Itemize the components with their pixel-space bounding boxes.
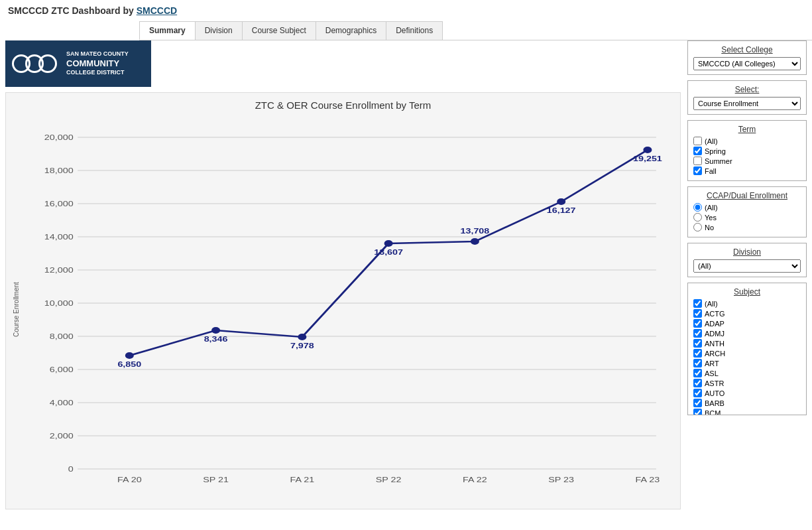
app-by: by bbox=[123, 5, 133, 16]
data-point-sp22 bbox=[384, 240, 393, 247]
tab-division[interactable]: Division bbox=[195, 21, 243, 40]
term-checkbox-0[interactable]: (All) bbox=[693, 137, 801, 145]
svg-text:FA 23: FA 23 bbox=[636, 476, 660, 484]
tab-summary[interactable]: Summary bbox=[139, 21, 196, 40]
right-panel: Select College SMCCCD (All Colleges)Caña… bbox=[687, 40, 807, 509]
app-title: SMCCCD ZTC Dashboard bbox=[8, 5, 121, 16]
svg-text:2,000: 2,000 bbox=[50, 432, 74, 440]
subject-checkbox-2[interactable]: ADAP bbox=[693, 319, 801, 328]
division-filter-section: Division (All) bbox=[687, 243, 807, 277]
tab-course-subject[interactable]: Course Subject bbox=[242, 21, 316, 40]
select-filter-dropdown[interactable]: Course EnrollmentNumber of CoursesNumber… bbox=[693, 97, 801, 110]
svg-text:SP 23: SP 23 bbox=[548, 476, 574, 484]
division-filter-label: Division bbox=[693, 247, 801, 257]
college-select-dropdown[interactable]: SMCCCD (All Colleges)Cañada CollegeColle… bbox=[693, 57, 801, 70]
svg-text:13,708: 13,708 bbox=[460, 227, 489, 235]
subject-checkbox-10[interactable]: BARB bbox=[693, 399, 801, 407]
logo-text: SAN MATEO COUNTY COMMUNITY COLLEGE DISTR… bbox=[66, 50, 129, 77]
app-link[interactable]: SMCCCD bbox=[137, 5, 177, 16]
chart-container: ZTC & OER Course Enrollment by Term Cour… bbox=[5, 92, 681, 509]
data-point-fa23 bbox=[643, 147, 652, 153]
term-checkbox-1[interactable]: Spring bbox=[693, 147, 801, 155]
logo-area: SAN MATEO COUNTY COMMUNITY COLLEGE DISTR… bbox=[5, 40, 681, 87]
data-point-sp21 bbox=[211, 327, 220, 334]
ccap-filter-section: CCAP/Dual Enrollment (All)YesNo bbox=[687, 186, 807, 237]
ccap-radio-1[interactable]: Yes bbox=[693, 213, 801, 222]
chart-inner: 0 2,000 4,000 6,000 8,000 10,000 12,000 … bbox=[26, 117, 673, 502]
svg-text:8,346: 8,346 bbox=[204, 335, 228, 344]
term-checkbox-2[interactable]: Summer bbox=[693, 157, 801, 165]
svg-text:19,251: 19,251 bbox=[633, 155, 662, 163]
svg-text:FA 22: FA 22 bbox=[463, 476, 487, 484]
data-point-fa22 bbox=[471, 238, 479, 245]
chart-title: ZTC & OER Course Enrollment by Term bbox=[13, 99, 673, 111]
select-filter-label: Select: bbox=[693, 85, 801, 94]
line-chart-svg: 0 2,000 4,000 6,000 8,000 10,000 12,000 … bbox=[26, 117, 673, 502]
svg-text:0: 0 bbox=[68, 465, 74, 474]
chart-area: Course Enrollment bbox=[13, 117, 673, 502]
svg-text:4,000: 4,000 bbox=[50, 399, 74, 407]
svg-text:SP 21: SP 21 bbox=[203, 476, 229, 484]
ccap-radio-0[interactable]: (All) bbox=[693, 203, 801, 212]
svg-text:10,000: 10,000 bbox=[44, 299, 74, 308]
svg-text:FA 20: FA 20 bbox=[117, 476, 142, 484]
app-header: SMCCCD ZTC Dashboard by SMCCCD bbox=[0, 0, 812, 21]
data-point-fa21 bbox=[298, 334, 306, 340]
svg-text:18,000: 18,000 bbox=[44, 166, 74, 175]
data-point-sp23 bbox=[557, 198, 565, 205]
y-axis-label: Course Enrollment bbox=[13, 117, 23, 502]
subject-checkbox-1[interactable]: ACTG bbox=[693, 309, 801, 318]
subject-checkbox-3[interactable]: ADMJ bbox=[693, 329, 801, 338]
subject-checkbox-11[interactable]: BCM. bbox=[693, 409, 801, 415]
svg-text:16,127: 16,127 bbox=[547, 206, 576, 215]
subject-checkbox-6[interactable]: ART bbox=[693, 359, 801, 367]
logo-box: SAN MATEO COUNTY COMMUNITY COLLEGE DISTR… bbox=[5, 40, 151, 87]
svg-text:20,000: 20,000 bbox=[44, 133, 74, 142]
subject-checkboxes: (All)ACTGADAPADMJANTHARCHARTASLASTRAUTOB… bbox=[693, 299, 801, 415]
term-filter-section: Term (All)SpringSummerFall bbox=[687, 120, 807, 181]
svg-text:12,000: 12,000 bbox=[44, 266, 74, 275]
term-filter-label: Term bbox=[693, 125, 801, 134]
tab-demographics[interactable]: Demographics bbox=[316, 21, 386, 40]
subject-checkbox-7[interactable]: ASL bbox=[693, 369, 801, 377]
subject-checkbox-8[interactable]: ASTR bbox=[693, 379, 801, 387]
college-select-label: Select College bbox=[693, 45, 801, 54]
term-checkboxes: (All)SpringSummerFall bbox=[693, 137, 801, 175]
svg-text:6,000: 6,000 bbox=[50, 365, 74, 374]
ccap-filter-label: CCAP/Dual Enrollment bbox=[693, 191, 801, 200]
division-filter-dropdown[interactable]: (All) bbox=[693, 259, 801, 273]
subject-checkbox-9[interactable]: AUTO bbox=[693, 389, 801, 397]
ccap-radios: (All)YesNo bbox=[693, 203, 801, 232]
data-point-fa20 bbox=[125, 352, 134, 359]
svg-text:13,607: 13,607 bbox=[374, 248, 403, 257]
subject-checkbox-0[interactable]: (All) bbox=[693, 299, 801, 308]
svg-text:6,850: 6,850 bbox=[117, 360, 141, 369]
tab-definitions[interactable]: Definitions bbox=[386, 21, 443, 40]
subject-checkbox-5[interactable]: ARCH bbox=[693, 349, 801, 358]
college-select-section: Select College SMCCCD (All Colleges)Caña… bbox=[687, 40, 807, 75]
subject-filter-section: Subject (All)ACTGADAPADMJANTHARCHARTASLA… bbox=[687, 283, 807, 415]
svg-text:14,000: 14,000 bbox=[44, 233, 74, 241]
svg-text:8,000: 8,000 bbox=[50, 332, 74, 341]
subject-checkbox-4[interactable]: ANTH bbox=[693, 339, 801, 348]
svg-text:FA 21: FA 21 bbox=[290, 476, 315, 484]
tab-bar: SummaryDivisionCourse SubjectDemographic… bbox=[139, 21, 812, 40]
svg-text:SP 22: SP 22 bbox=[376, 476, 402, 484]
chart-grid: 0 2,000 4,000 6,000 8,000 10,000 12,000 … bbox=[44, 133, 656, 474]
subject-filter-label: Subject bbox=[693, 287, 801, 297]
ccap-radio-2[interactable]: No bbox=[693, 223, 801, 232]
svg-text:7,978: 7,978 bbox=[290, 342, 314, 350]
left-section: SAN MATEO COUNTY COMMUNITY COLLEGE DISTR… bbox=[5, 40, 681, 509]
logo-circles bbox=[12, 54, 61, 73]
term-checkbox-3[interactable]: Fall bbox=[693, 166, 801, 175]
logo-circle-3 bbox=[38, 54, 57, 73]
select-filter-section: Select: Course EnrollmentNumber of Cours… bbox=[687, 80, 807, 115]
svg-text:16,000: 16,000 bbox=[44, 200, 74, 208]
